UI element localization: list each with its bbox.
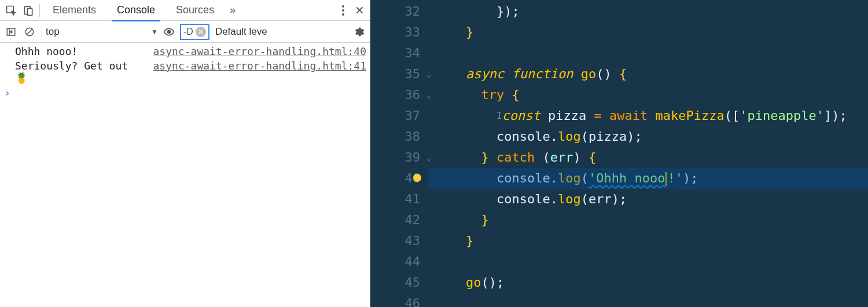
tab-console[interactable]: Console — [106, 0, 165, 21]
clear-filter-icon[interactable]: ✕ — [196, 27, 206, 37]
svg-point-4 — [342, 9, 344, 12]
gear-icon[interactable] — [350, 23, 367, 41]
code-line[interactable]: } catch (err) { — [428, 147, 868, 168]
svg-point-8 — [168, 30, 171, 33]
code-line[interactable] — [428, 251, 868, 272]
message-source-link[interactable]: async-await-error-handling.html:40 — [153, 45, 366, 57]
filter-value: -D — [183, 27, 193, 37]
code-line[interactable]: } — [428, 231, 868, 251]
line-number[interactable]: 37 — [370, 105, 428, 126]
filter-input[interactable]: -D ✕ — [180, 24, 209, 40]
code-editor[interactable]: 32333435⌄36⌄373839⌄40414243444546 }); } … — [370, 0, 868, 307]
code-line[interactable]: }); — [428, 1, 868, 22]
message-text: Seriously? Get out 🍍 — [15, 60, 146, 84]
line-number[interactable]: 43 — [370, 231, 428, 251]
chevron-down-icon: ▼ — [151, 28, 158, 36]
line-number[interactable]: 38 — [370, 126, 428, 147]
code-line[interactable]: try { — [428, 85, 868, 105]
devtools-panel: Elements Console Sources » ✕ — [0, 0, 370, 307]
message-source-link[interactable]: async-await-error-handling.html:41 — [153, 60, 366, 84]
context-selector[interactable]: top ▼ — [46, 26, 159, 38]
console-message: Seriously? Get out 🍍 async-await-error-h… — [0, 59, 370, 85]
code-line[interactable] — [428, 293, 868, 307]
ibeam-marker: I — [496, 110, 502, 121]
code-area[interactable]: }); } async function go() { try { Iconst… — [428, 0, 868, 307]
context-label: top — [46, 26, 60, 38]
line-number[interactable]: 34 — [370, 43, 428, 64]
line-number[interactable]: 32 — [370, 1, 428, 22]
svg-point-3 — [342, 5, 344, 8]
separator — [39, 4, 40, 17]
lightbulb-hint-icon[interactable] — [413, 174, 421, 182]
line-number[interactable]: 33 — [370, 22, 428, 43]
code-line[interactable] — [428, 43, 868, 64]
separator — [42, 25, 42, 38]
tab-elements[interactable]: Elements — [42, 0, 106, 21]
svg-point-5 — [342, 13, 344, 16]
eye-icon[interactable] — [160, 23, 178, 41]
line-number[interactable]: 36⌄ — [370, 85, 428, 105]
toggle-sidebar-icon[interactable] — [2, 23, 20, 41]
close-devtools-icon[interactable]: ✕ — [351, 3, 367, 17]
line-number[interactable]: 35⌄ — [370, 64, 428, 85]
code-line[interactable]: async function go() { — [428, 64, 868, 85]
svg-rect-2 — [27, 8, 32, 15]
clear-console-icon[interactable] — [21, 23, 38, 41]
console-prompt[interactable]: › — [0, 85, 370, 98]
code-line[interactable]: } — [428, 22, 868, 43]
tab-sources[interactable]: Sources — [165, 0, 225, 21]
code-line[interactable]: console.log(pizza); — [428, 126, 868, 147]
line-number[interactable]: 42 — [370, 210, 428, 231]
current-line-highlight — [428, 168, 868, 189]
message-text: Ohhh nooo! — [15, 45, 146, 57]
console-output: Ohhh nooo! async-await-error-handling.ht… — [0, 43, 370, 307]
line-gutter: 32333435⌄36⌄373839⌄40414243444546 — [370, 0, 428, 307]
line-number[interactable]: 41 — [370, 189, 428, 210]
prompt-chevron-icon: › — [5, 87, 10, 98]
devtools-tabs-bar: Elements Console Sources » ✕ — [0, 0, 370, 21]
line-number[interactable]: 45 — [370, 272, 428, 293]
line-number[interactable]: 46 — [370, 293, 428, 307]
console-toolbar: top ▼ -D ✕ Default leve — [0, 21, 370, 43]
tabs-overflow-icon[interactable]: » — [225, 4, 241, 16]
kebab-menu-icon[interactable] — [335, 5, 351, 16]
device-toggle-icon[interactable] — [20, 2, 37, 19]
line-number[interactable]: 44 — [370, 251, 428, 272]
code-line[interactable]: console.log(err); — [428, 189, 868, 210]
console-message: Ohhh nooo! async-await-error-handling.ht… — [0, 44, 370, 59]
code-line[interactable]: } — [428, 210, 868, 231]
code-line[interactable]: go(); — [428, 272, 868, 293]
code-line[interactable]: Iconst pizza = await makePizza(['pineapp… — [428, 105, 868, 126]
line-number[interactable]: 39⌄ — [370, 147, 428, 168]
inspect-element-icon[interactable] — [2, 2, 20, 19]
log-levels-selector[interactable]: Default leve — [215, 26, 279, 38]
